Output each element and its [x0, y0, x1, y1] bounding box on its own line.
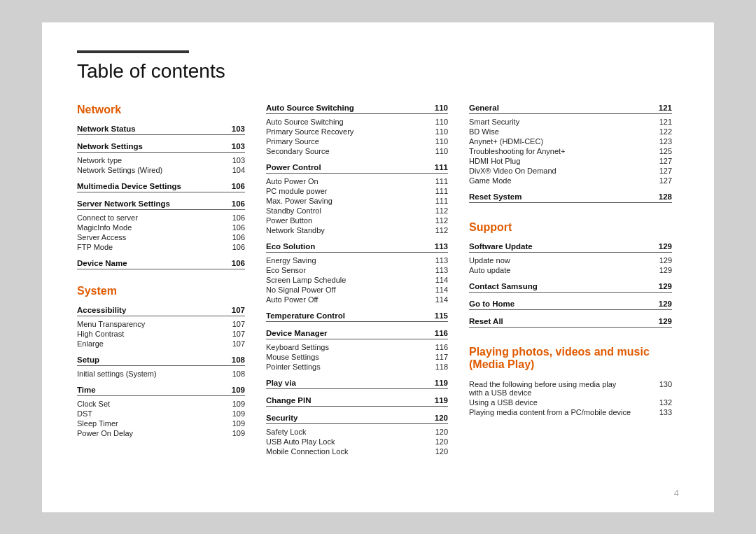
toc-item-label: Max. Power Saving — [266, 197, 332, 205]
toc-item: Server Access106 — [77, 232, 245, 242]
toc-item: BD Wise122 — [469, 127, 672, 136]
toc-group: Setup108Initial settings (System)108 — [77, 356, 245, 379]
toc-item: Mouse Settings117 — [266, 352, 448, 362]
toc-item-num: 123 — [652, 137, 672, 146]
toc-item: Power On Delay109 — [77, 428, 245, 438]
toc-item-label: Primary Source Recovery — [266, 127, 354, 136]
toc-item-label: DST — [77, 409, 92, 418]
toc-item-label: Update now — [469, 256, 510, 265]
toc-item: Auto Power Off114 — [266, 295, 448, 304]
toc-item-num: 110 — [428, 147, 448, 155]
toc-item: Power Button112 — [266, 216, 448, 225]
toc-item: Safety Lock120 — [266, 427, 448, 437]
toc-item-num: 122 — [652, 127, 672, 136]
toc-item: Clock Set109 — [77, 399, 245, 409]
section-title-media: Playing photos, videos and music (Media … — [469, 346, 672, 371]
toc-group-header: Temperature Control115 — [266, 311, 448, 322]
toc-header-label: Server Network Settings — [77, 199, 170, 208]
toc-item-num: 111 — [428, 177, 448, 185]
toc-group-header: Network Settings103 — [77, 142, 245, 153]
toc-item-num: 104 — [225, 166, 245, 174]
toc-item-num: 112 — [428, 226, 448, 234]
media-item: Playing media content from a PC/mobile d… — [469, 407, 672, 417]
toc-item-label: Power On Delay — [77, 429, 133, 437]
col-1: NetworkNetwork Status103Network Settings… — [77, 104, 266, 449]
toc-item: DivX® Video On Demand127 — [469, 166, 672, 176]
toc-item-label: Primary Source — [266, 137, 319, 146]
col-3: General121Smart Security121BD Wise122Any… — [469, 104, 672, 417]
toc-header-num: 106 — [232, 182, 245, 190]
toc-item: Screen Lamp Schedule114 — [266, 275, 448, 285]
toc-item: USB Auto Play Lock120 — [266, 437, 448, 447]
toc-item-num: 120 — [428, 437, 448, 446]
toc-item: Keyboard Settings116 — [266, 342, 448, 352]
toc-item-label: HDMI Hot Plug — [469, 157, 520, 165]
toc-group-header: General121 — [469, 104, 672, 114]
toc-item: Initial settings (System)108 — [77, 369, 245, 379]
toc-item-num: 106 — [225, 223, 245, 232]
toc-header-label: Reset System — [469, 192, 522, 201]
media-desc-text: Read the following before using media pl… — [469, 380, 631, 397]
toc-group: Time109Clock Set109DST109Sleep Timer109P… — [77, 386, 245, 438]
toc-group-header: Reset All129 — [469, 317, 672, 328]
toc-item-num: 110 — [428, 137, 448, 146]
toc-item-num: 106 — [225, 213, 245, 222]
toc-item: MagicInfo Mode106 — [77, 223, 245, 232]
toc-item-num: 111 — [428, 187, 448, 195]
toc-item-label: Pointer Settings — [266, 363, 321, 371]
media-item: Using a USB device132 — [469, 398, 672, 407]
toc-header-num: 111 — [435, 163, 448, 171]
toc-item-num: 129 — [652, 266, 672, 274]
toc-item: HDMI Hot Plug127 — [469, 156, 672, 166]
media-item-num: 133 — [659, 408, 672, 416]
toc-item: Smart Security121 — [469, 117, 672, 127]
toc-group: Network Settings103Network type103Networ… — [77, 142, 245, 175]
toc-item: Game Mode127 — [469, 176, 672, 185]
toc-item: Network Settings (Wired)104 — [77, 165, 245, 175]
toc-item-num: 109 — [225, 400, 245, 408]
toc-group: Auto Source Switching110Auto Source Swit… — [266, 104, 448, 156]
toc-header-num: 129 — [659, 317, 672, 325]
toc-header-num: 103 — [232, 125, 245, 133]
toc-group: Accessibility107Menu Transparency107High… — [77, 306, 245, 349]
toc-group-header: Setup108 — [77, 356, 245, 366]
toc-header-label: Play via — [266, 379, 296, 387]
toc-item-label: BD Wise — [469, 127, 499, 136]
toc-group-header: Network Status103 — [77, 125, 245, 135]
toc-item-num: 103 — [225, 156, 245, 164]
toc-header-num: 116 — [435, 329, 448, 337]
title-bar — [77, 50, 189, 53]
toc-group-header: Contact Samsung129 — [469, 282, 672, 293]
toc-item-label: Mouse Settings — [266, 353, 319, 361]
toc-header-num: 128 — [659, 192, 672, 201]
toc-header-num: 129 — [659, 282, 672, 290]
toc-item-num: 114 — [428, 295, 448, 304]
toc-item-num: 127 — [652, 167, 672, 175]
toc-item: Network type103 — [77, 155, 245, 165]
media-item-label: Playing media content from a PC/mobile d… — [469, 408, 631, 416]
toc-group-header: Power Control111 — [266, 163, 448, 174]
toc-item-label: Secondary Source — [266, 147, 330, 155]
toc-item-label: FTP Mode — [77, 243, 113, 251]
toc-item-num: 121 — [652, 118, 672, 126]
toc-item-num: 120 — [428, 447, 448, 456]
toc-group-header: Play via119 — [266, 379, 448, 389]
toc-item-num: 125 — [652, 147, 672, 155]
media-desc-row: Read the following before using media pl… — [469, 379, 672, 398]
toc-group: Device Manager116Keyboard Settings116Mou… — [266, 329, 448, 372]
toc-item-label: Anynet+ (HDMI-CEC) — [469, 137, 543, 146]
toc-group-header: Security120 — [266, 414, 448, 424]
toc-item-label: Safety Lock — [266, 428, 306, 436]
toc-item-label: Troubleshooting for Anynet+ — [469, 147, 566, 155]
toc-item: High Contrast107 — [77, 329, 245, 339]
section-system: SystemAccessibility107Menu Transparency1… — [77, 285, 245, 438]
toc-item: Update now129 — [469, 255, 672, 265]
toc-header-label: Power Control — [266, 163, 321, 171]
toc-group: General121Smart Security121BD Wise122Any… — [469, 104, 672, 185]
toc-item: Pointer Settings118 — [266, 362, 448, 372]
section-title-network: Network — [77, 104, 245, 116]
toc-header-num: 109 — [232, 386, 245, 394]
toc-item: Anynet+ (HDMI-CEC)123 — [469, 136, 672, 146]
toc-group-header: Reset System128 — [469, 192, 672, 203]
toc-item: Troubleshooting for Anynet+125 — [469, 146, 672, 156]
